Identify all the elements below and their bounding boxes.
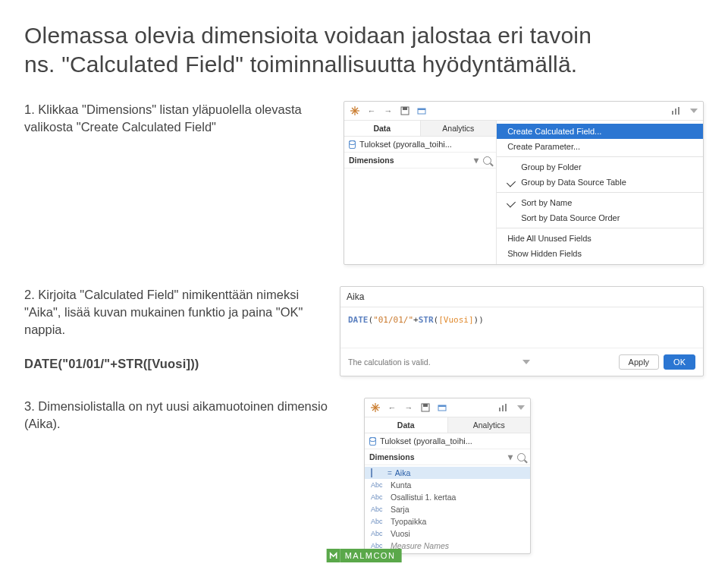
menu-create-parameter[interactable]: Create Parameter... xyxy=(497,139,703,154)
step1-text: 1. Klikkaa "Dimensions" listan yläpuolel… xyxy=(24,101,337,136)
datasource-icon[interactable] xyxy=(416,105,428,117)
menu-group-by-folder[interactable]: Group by Folder xyxy=(497,159,703,175)
tab-data[interactable]: Data xyxy=(365,417,448,433)
dimension-item[interactable]: AbcKunta xyxy=(365,479,530,491)
menu-create-calc-field[interactable]: Create Calculated Field... xyxy=(497,124,703,139)
svg-rect-7 xyxy=(418,109,425,110)
header-menu-icon[interactable]: ▾ xyxy=(508,452,513,462)
dimensions-header: Dimensions ▾ xyxy=(344,153,496,168)
save-icon[interactable] xyxy=(419,402,431,414)
save-icon[interactable] xyxy=(399,105,411,117)
svg-rect-9 xyxy=(675,109,676,115)
dropdown-icon[interactable] xyxy=(686,105,698,117)
svg-rect-16 xyxy=(423,404,428,407)
brand-footer: MALMCON xyxy=(327,549,402,563)
svg-rect-18 xyxy=(438,405,446,407)
calc-field-editor: Aika DATE("01/01/"+STR([Vuosi])) The cal… xyxy=(340,286,704,376)
svg-rect-10 xyxy=(678,107,679,115)
pane-toolbar: ← → xyxy=(344,102,703,121)
step3-text: 3. Dimensiolistalla on nyt uusi aikamuot… xyxy=(24,398,358,433)
dimension-item[interactable]: AbcTyopaikka xyxy=(365,515,530,527)
datasource-icon[interactable] xyxy=(436,402,448,414)
menu-show-hidden[interactable]: Show Hidden Fields xyxy=(497,246,703,261)
svg-rect-21 xyxy=(505,404,507,411)
brand-text: MALMCON xyxy=(340,549,402,563)
svg-rect-5 xyxy=(403,107,407,110)
tableau-logo-icon xyxy=(349,105,361,117)
dimensions-header: Dimensions ▾ xyxy=(365,449,530,465)
tab-analytics[interactable]: Analytics xyxy=(448,417,531,433)
datasource-row[interactable]: Tulokset (pyoralla_toihi... xyxy=(365,433,530,449)
datasource-icon xyxy=(349,140,356,149)
dimension-item[interactable]: AbcSarja xyxy=(365,503,530,515)
step2-formula: DATE("01/01/"+STR([Vuosi])) xyxy=(24,357,199,370)
datasource-row[interactable]: Tulokset (pyoralla_toihi... xyxy=(344,137,496,153)
calc-valid-msg: The calculation is valid. xyxy=(348,357,431,367)
ok-button[interactable]: OK xyxy=(664,354,695,370)
back-icon[interactable]: ← xyxy=(386,402,398,414)
dimension-item[interactable]: AbcOsallistui 1. kertaa xyxy=(365,491,530,503)
svg-rect-20 xyxy=(502,405,504,411)
tableau-data-pane-after: ← → Data Analytics Tulokset (pyoralla_to… xyxy=(364,398,531,554)
search-icon[interactable] xyxy=(483,156,491,165)
svg-rect-19 xyxy=(499,408,500,411)
chart-icon[interactable] xyxy=(497,402,509,414)
back-icon[interactable]: ← xyxy=(366,105,378,117)
apply-button[interactable]: Apply xyxy=(619,354,660,370)
tableau-data-pane: ← → Data Analytics Tulokset (pyoralla_to… xyxy=(344,101,704,265)
datasource-icon xyxy=(369,437,376,446)
dropdown-icon[interactable] xyxy=(513,402,526,414)
tableau-logo-icon xyxy=(369,402,381,414)
dimensions-context-menu: Create Calculated Field... Create Parame… xyxy=(497,121,703,264)
search-icon[interactable] xyxy=(517,453,526,461)
dimension-item[interactable]: AbcVuosi xyxy=(365,527,530,540)
expand-icon[interactable] xyxy=(522,360,530,364)
forward-icon[interactable]: → xyxy=(382,105,394,117)
tab-analytics[interactable]: Analytics xyxy=(421,121,497,136)
menu-group-by-table[interactable]: Group by Data Source Table xyxy=(497,175,703,190)
calc-formula-input[interactable]: DATE("01/01/"+STR([Vuosi])) xyxy=(340,307,703,348)
page-title: Olemassa olevia dimensioita voidaan jalo… xyxy=(24,21,704,78)
dimension-item[interactable]: =Aika xyxy=(365,467,530,479)
calc-name-input[interactable]: Aika xyxy=(340,287,703,307)
tab-data[interactable]: Data xyxy=(344,121,421,136)
menu-sort-by-source[interactable]: Sort by Data Source Order xyxy=(497,210,703,225)
svg-rect-8 xyxy=(672,111,673,115)
brand-icon xyxy=(327,549,340,562)
step2-text: 2. Kirjoita "Calculated Field" nimikentt… xyxy=(24,286,334,373)
menu-hide-unused[interactable]: Hide All Unused Fields xyxy=(497,231,703,246)
forward-icon[interactable]: → xyxy=(403,402,415,414)
chart-icon[interactable] xyxy=(670,105,682,117)
menu-sort-by-name[interactable]: Sort by Name xyxy=(497,195,703,210)
header-menu-icon[interactable]: ▾ xyxy=(474,155,479,165)
